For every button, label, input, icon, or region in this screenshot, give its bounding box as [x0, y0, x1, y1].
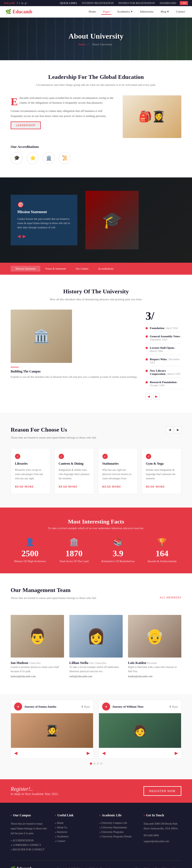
history-right: 3/ Foundation | April 1934 General Assem… — [145, 310, 181, 400]
register-text-block: Register!.. to study in Next Academic Ye… — [11, 786, 59, 796]
register-now-button[interactable]: REGISTER NOW — [143, 786, 181, 796]
history-dot — [145, 327, 148, 329]
dot-2[interactable] — [93, 763, 95, 765]
mission-tab-vision[interactable]: Vision & Statement — [40, 266, 71, 272]
student-reg-link[interactable]: STUDENT REGISTRATION — [80, 1, 115, 5]
card-text-gym: Dislike men Indignation & begrudge that'… — [146, 468, 177, 480]
history-prev-btn[interactable]: ◀ — [145, 393, 152, 400]
twitter-icon[interactable]: t — [19, 2, 20, 4]
card-link-libraries[interactable]: READ MORE — [15, 485, 34, 488]
footer-link-accred[interactable]: » ACCREDITATION — [11, 839, 48, 842]
terms-link[interactable]: Term Of Use — [155, 867, 169, 868]
journey-next-william[interactable]: ▶ — [175, 750, 178, 755]
facts-title: Most Interesting Facts — [11, 518, 181, 525]
cms-link[interactable]: CMS — [180, 1, 188, 5]
site-logo[interactable]: 🌿 Educamb — [5, 9, 32, 14]
support-link[interactable]: Support — [173, 867, 181, 868]
mission-tab-statement[interactable]: Mission Statement — [11, 266, 40, 272]
main-nav: 🌿 Educamb Home Pages Academics ▾ Admissi… — [0, 6, 192, 18]
history-item-5: New Library Cooperation | March 1959 — [145, 369, 181, 378]
footer-link-campus-life[interactable]: » University Campus Life — [100, 822, 137, 824]
mission-prev-btn[interactable]: ◀ — [17, 234, 21, 239]
nav-item-contact[interactable]: Contact — [174, 9, 187, 14]
top-bar-right: QUICK LINKS STUDENT REGISTRATION INSTRUC… — [59, 1, 188, 5]
linkedin-icon[interactable]: in — [21, 2, 24, 4]
dot-4[interactable] — [100, 763, 102, 765]
journey-name-william: Journey of William Theo — [112, 705, 143, 708]
footer-campus-text: Those that are bound to ensue equal blam… — [11, 822, 48, 836]
mission-next-btn[interactable]: ▶ — [23, 234, 26, 239]
footer-link-academics[interactable]: » Academics — [55, 835, 92, 838]
journey-nav-dots — [11, 758, 181, 769]
mission-title: Mission Statement — [17, 210, 71, 214]
fact-label-achievers: History Of High Achievers — [11, 559, 49, 563]
reason-next-btn[interactable]: ▶ — [174, 426, 181, 433]
footer-link-programs-details[interactable]: » University Programs Details — [100, 835, 137, 838]
footer-link-contact[interactable]: » Contact — [55, 839, 92, 842]
mission-tab-accred[interactable]: Accreditations — [93, 266, 118, 272]
journey-section: ♦ Journey of Emma Amelia ⬆ Share 🧑‍🎓 ◀ ▶… — [0, 694, 192, 779]
journey-header-emma: ♦ Journey of Emma Amelia ⬆ Share — [11, 700, 93, 713]
footer-email: support@educamb.com — [144, 839, 181, 844]
history-dot-4 — [145, 358, 148, 361]
check-icon-2: ✓ — [59, 454, 64, 459]
dashboard-link[interactable]: DASHBOARD — [158, 1, 177, 5]
history-items-list: Foundation | April 1934 General Assembly… — [145, 327, 181, 389]
journey-footer-william: ◀ ▶ — [99, 748, 181, 758]
footer-logo[interactable]: 🌿 Educamb — [11, 866, 32, 868]
card-link-gym[interactable]: READ MORE — [146, 485, 165, 488]
dot-1[interactable] — [90, 763, 92, 765]
dot-3[interactable] — [97, 763, 99, 765]
nav-item-blog[interactable]: Blog ▾ — [159, 9, 170, 14]
card-title-libraries: Libraries — [15, 462, 46, 466]
journey-share-emma[interactable]: ⬆ Share — [81, 705, 90, 708]
journey-avatar-emma: ♦ — [14, 703, 22, 711]
reason-title: Reason For Choose Us — [11, 426, 97, 433]
follow-label: FOLLOW — [4, 2, 15, 4]
card-link-canteen[interactable]: READ MORE — [59, 485, 78, 488]
footer-link-programs[interactable]: » University Programs — [100, 831, 137, 833]
footer-academic-links: » University Campus Life » University De… — [100, 822, 137, 838]
mission-tab-culture[interactable]: Our Culture — [71, 266, 93, 272]
quicklinks-btn[interactable]: QUICK LINKS — [59, 1, 78, 5]
journey-share-william[interactable]: ⬆ Share — [169, 705, 178, 708]
team-email-lillian: stella@educamb.com — [69, 675, 123, 678]
nav-item-pages[interactable]: Pages — [101, 9, 111, 14]
team-desc-luis: Right to find fault with a man who choos… — [128, 665, 181, 674]
history-next-btn[interactable]: ▶ — [153, 393, 160, 400]
accred-badge-3: 🏛️ — [43, 152, 55, 164]
history-item-content-5: New Library Cooperation | March 1959 — [150, 369, 181, 375]
facebook-icon[interactable]: f — [17, 2, 18, 4]
nav-item-home[interactable]: Home — [87, 9, 97, 14]
footer-link-instructor[interactable]: » Instructor — [55, 831, 92, 833]
history-item-title-3: Lecture Hall Opens — [150, 346, 174, 349]
reason-section: Reason For Choose Us Those that are boun… — [0, 413, 192, 507]
footer-link-departments[interactable]: » University Departments — [100, 826, 137, 829]
journey-prev-william[interactable]: ◀ — [102, 750, 105, 755]
nav-item-admissions[interactable]: Admissions — [138, 9, 155, 14]
card-link-stationaries[interactable]: READ MORE — [102, 485, 121, 488]
breadcrumb: Home / About University — [78, 43, 114, 46]
history-subtitle: How all this mistaken idea of denouncing… — [11, 297, 181, 302]
footer-logo-icon: 🌿 — [11, 866, 15, 868]
journey-prev-emma[interactable]: ◀ — [14, 750, 17, 755]
footer-link-home[interactable]: » Home — [55, 822, 92, 824]
leadership-content: E ducamb welcomed every pain avoided but… — [11, 95, 181, 138]
all-members-link[interactable]: ALL MEMBERS — [160, 596, 181, 599]
journey-next-emma[interactable]: ▶ — [87, 750, 90, 755]
instructor-reg-link[interactable]: INSTRUCTOR REGISTRATION — [117, 1, 156, 5]
footer-link-register[interactable]: » REGISTER FOR CONNECT — [11, 848, 48, 851]
breadcrumb-home[interactable]: Home — [78, 43, 86, 46]
fact-label-land: Total Acres Of The Land — [55, 559, 93, 563]
leadership-button[interactable]: LEADERSHIP — [11, 122, 41, 129]
privacy-policy-link[interactable]: Privacy Policy — [135, 867, 151, 868]
footer-link-companies[interactable]: » COMPANIES CONNECT — [11, 843, 48, 846]
history-item-6: Research Foundation | October 1949 — [145, 380, 181, 389]
building-text: Explain to you all this mistaken idea of… — [11, 375, 138, 379]
nav-item-academics[interactable]: Academics ▾ — [115, 9, 134, 14]
students-illustration: 🎒👩‍🎓 — [139, 110, 165, 123]
footer-link-about[interactable]: » About Us — [55, 826, 92, 829]
leadership-body1-text: ducamb welcomed every pain avoided but i… — [20, 96, 114, 104]
reason-prev-btn[interactable]: ◀ — [166, 426, 173, 433]
google-icon[interactable]: g+ — [25, 2, 27, 4]
